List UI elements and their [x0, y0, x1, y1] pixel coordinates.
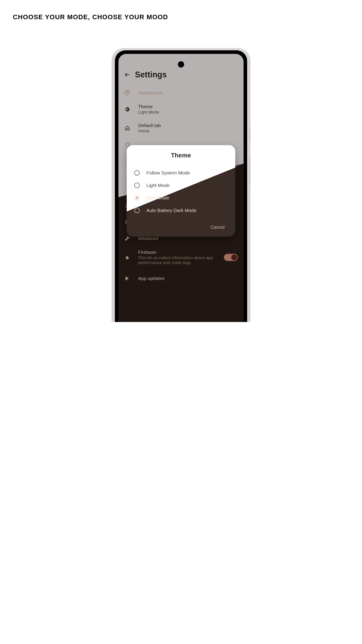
- radio-label: Follow System Mode: [146, 170, 181, 176]
- page-headline: CHOOSE YOUR MODE, CHOOSE YOUR MOOD: [0, 0, 181, 21]
- radio-label: Light Mode: [146, 183, 170, 188]
- radio-light-mode[interactable]: Light Mode: [134, 179, 181, 192]
- radio-icon: [134, 208, 140, 213]
- theme-dialog: Theme Follow System Mode Light Mode Dark…: [127, 145, 181, 236]
- dialog-actions: Cancel: [134, 217, 181, 231]
- radio-auto-battery[interactable]: Auto Battery Dark Mode: [134, 204, 181, 217]
- phone-bezel: Settings Appearance: [115, 50, 181, 322]
- radio-icon: [134, 183, 140, 188]
- dialog-title: Theme: [134, 152, 181, 159]
- radio-label: Auto Battery Dark Mode: [146, 208, 181, 213]
- phone-frame: Settings Appearance: [111, 48, 181, 322]
- radio-follow-system[interactable]: Follow System Mode: [134, 166, 181, 179]
- radio-icon: [134, 170, 140, 176]
- radio-icon-selected: [134, 195, 140, 200]
- phone-screen: Settings Appearance: [118, 54, 181, 322]
- radio-dark-mode[interactable]: Dark Mode: [134, 192, 181, 204]
- radio-label: Dark Mode: [146, 195, 169, 200]
